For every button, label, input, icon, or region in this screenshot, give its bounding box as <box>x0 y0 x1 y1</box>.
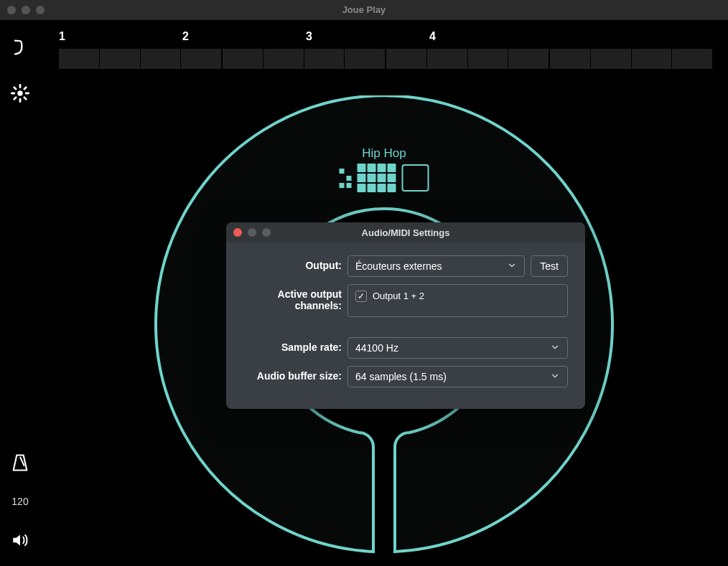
timeline-numbers: 1 2 3 4 <box>59 30 712 43</box>
channels-label: Active output channels: <box>243 284 347 311</box>
joue-logo-icon[interactable] <box>7 34 33 60</box>
buffer-label: Audio buffer size: <box>243 366 347 382</box>
timeline-track[interactable] <box>59 49 712 69</box>
titlebar: Joue Play <box>0 0 728 20</box>
svg-line-7 <box>14 98 16 99</box>
metronome-icon[interactable] <box>7 450 33 476</box>
left-sidebar: 120 <box>0 20 40 566</box>
main-area: 1 2 3 4 Hip Hop <box>40 20 728 566</box>
pad-layout-single-icon <box>402 164 429 192</box>
timeline-mark: 4 <box>429 30 438 43</box>
sample-rate-label: Sample rate: <box>243 337 347 353</box>
svg-line-6 <box>24 98 26 99</box>
audio-midi-settings-dialog: Audio/MIDI Settings Output: Écouteurs ex… <box>226 222 585 409</box>
svg-line-5 <box>14 88 16 89</box>
channel-option-label: Output 1 + 2 <box>373 291 424 301</box>
pad-layout-small-icon <box>340 169 352 188</box>
timeline-mark: 2 <box>182 30 191 43</box>
chevron-down-icon <box>507 260 517 273</box>
dialog-body: Output: Écouteurs externes Test Active o… <box>226 242 585 409</box>
buffer-select[interactable]: 64 samples (1.5 ms) <box>347 366 568 387</box>
channel-box: ✓ Output 1 + 2 <box>347 284 568 317</box>
channel-checkbox[interactable]: ✓ <box>355 291 367 302</box>
timeline-mark: 3 <box>306 30 314 43</box>
sample-rate-select[interactable]: 44100 Hz <box>347 337 568 359</box>
volume-icon[interactable] <box>7 527 33 553</box>
chevron-down-icon <box>550 371 560 383</box>
pad-layout-grid-icon <box>358 164 396 192</box>
dialog-title: Audio/MIDI Settings <box>226 227 585 238</box>
chevron-down-icon <box>550 342 560 354</box>
pad-layout-icons <box>340 164 429 192</box>
timeline-mark: 1 <box>59 30 67 43</box>
sample-rate-value: 44100 Hz <box>355 342 398 354</box>
tempo-display[interactable]: 120 <box>11 496 28 507</box>
svg-line-8 <box>24 88 26 89</box>
buffer-value: 64 samples (1.5 ms) <box>355 371 447 382</box>
svg-point-0 <box>17 90 22 95</box>
output-select-value: Écouteurs externes <box>355 260 442 272</box>
preset-name: Hip Hop <box>362 146 406 161</box>
test-button[interactable]: Test <box>531 255 568 277</box>
dialog-header: Audio/MIDI Settings <box>226 222 585 242</box>
output-select[interactable]: Écouteurs externes <box>347 255 525 277</box>
app-title: Joue Play <box>0 4 728 15</box>
settings-icon[interactable] <box>7 80 33 106</box>
output-label: Output: <box>243 255 347 271</box>
